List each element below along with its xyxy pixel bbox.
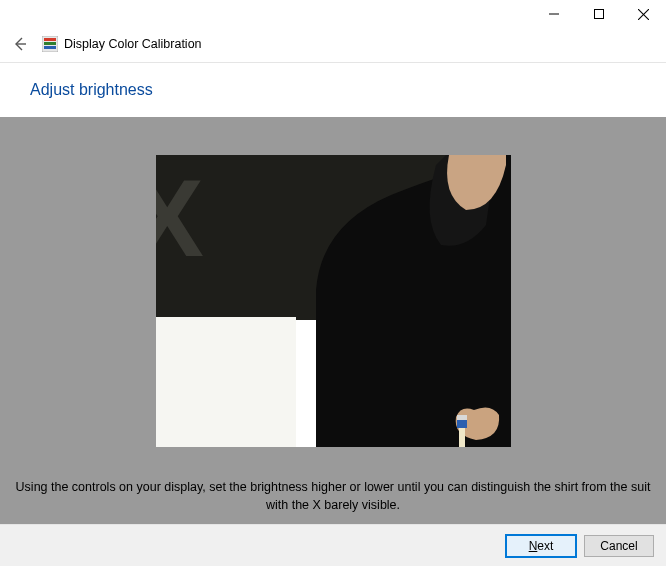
svg-rect-8: [44, 46, 56, 49]
svg-rect-11: [457, 415, 467, 420]
svg-rect-9: [459, 427, 465, 447]
svg-rect-6: [44, 38, 56, 41]
cancel-button[interactable]: Cancel: [584, 535, 654, 557]
app-title: Display Color Calibration: [64, 37, 202, 51]
close-button[interactable]: [621, 0, 666, 28]
window-controls: [531, 0, 666, 28]
next-button[interactable]: Next: [506, 535, 576, 557]
window-titlebar: [0, 0, 666, 30]
maximize-button[interactable]: [576, 0, 621, 28]
svg-rect-1: [594, 10, 603, 19]
minimize-button[interactable]: [531, 0, 576, 28]
header-row: Display Color Calibration: [0, 30, 666, 63]
app-icon: [42, 36, 58, 52]
footer: Next Cancel: [0, 524, 666, 566]
page-heading: Adjust brightness: [0, 63, 666, 117]
content-area: X Using the controls on your display, se…: [0, 117, 666, 524]
svg-rect-7: [44, 42, 56, 45]
back-button[interactable]: [10, 34, 30, 54]
svg-rect-10: [457, 420, 467, 428]
instruction-text: Using the controls on your display, set …: [0, 469, 666, 524]
person-silhouette-icon: [271, 155, 511, 447]
brightness-sample-image: X: [156, 155, 511, 447]
